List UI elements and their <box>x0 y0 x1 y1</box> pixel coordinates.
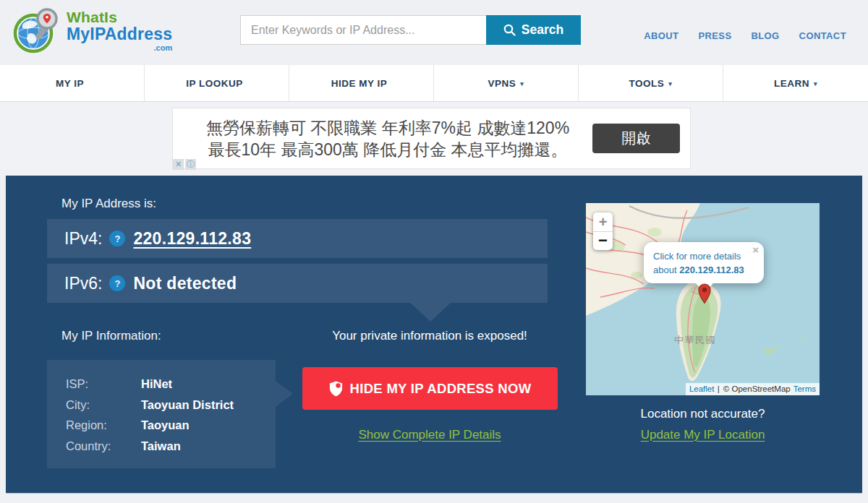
info-value: Taoyuan District <box>141 395 276 416</box>
update-location-link[interactable]: Update My IP Location <box>641 428 765 442</box>
info-value: Taiwan <box>141 436 276 457</box>
ad-info-icon[interactable]: ⓘ <box>185 159 196 170</box>
ad-close-icon[interactable]: ✕ <box>173 159 184 170</box>
osm-credit: © OpenStreetMap <box>723 384 791 393</box>
popup-line2-prefix: about <box>653 265 677 275</box>
info-value: HiNet <box>141 374 276 395</box>
nav-label: VPNS <box>488 78 516 89</box>
nav-item-hide-my-ip[interactable]: HIDE MY IP <box>289 65 434 101</box>
ipv4-row: IPv4: ? 220.129.112.83 <box>47 219 548 258</box>
search-input[interactable] <box>240 15 486 45</box>
leaflet-link[interactable]: Leaflet <box>689 384 715 393</box>
site-header: WhatIs MyIPAddress .com Search ABOUT PRE… <box>0 0 868 65</box>
map-marker-icon[interactable] <box>698 283 711 304</box>
chevron-down-icon: ▾ <box>814 80 817 87</box>
info-value: Taoyuan <box>141 415 276 436</box>
nav-item-my-ip[interactable]: MY IP <box>0 65 145 101</box>
ipv4-address-link[interactable]: 220.129.112.83 <box>133 229 251 249</box>
popup-line1: Click for more details <box>653 249 755 263</box>
ipv4-label: IPv4: <box>64 229 102 249</box>
map-zoom-out-button[interactable]: − <box>593 231 613 250</box>
ad-zone: 無勞保薪轉可 不限職業 年利率7%起 成數達120% 最長10年 最高300萬 … <box>0 102 868 176</box>
hide-ip-button-label: HIDE MY IP ADDRESS NOW <box>350 381 532 397</box>
info-row-country: Country: Taiwan <box>66 436 276 457</box>
info-label: City: <box>66 395 141 416</box>
ip-info-box: ISP: HiNet City: Taoyuan District Region… <box>47 360 276 468</box>
logo-text-line2: MyIPAddress <box>67 26 172 43</box>
exposed-warning: Your private information is exposed! <box>332 329 527 343</box>
contact-link[interactable]: CONTACT <box>799 30 846 41</box>
popup-close-icon[interactable]: × <box>752 244 759 255</box>
blog-link[interactable]: BLOG <box>751 30 779 41</box>
hide-ip-button[interactable]: HIDE MY IP ADDRESS NOW <box>302 367 558 410</box>
search-icon <box>503 24 516 36</box>
logo-text-line1: WhatIs <box>67 9 172 25</box>
nav-item-ip-lookup[interactable]: IP LOOKUP <box>145 65 289 101</box>
popup-ip: 220.129.112.83 <box>679 265 744 275</box>
nav-label: TOOLS <box>629 78 665 89</box>
map-popup[interactable]: × Click for more details about 220.129.1… <box>644 242 764 283</box>
nav-item-learn[interactable]: LEARN▾ <box>723 65 868 101</box>
map-zoom-in-button[interactable]: + <box>593 212 613 231</box>
adchoices: ✕ ⓘ <box>173 159 196 170</box>
search-button[interactable]: Search <box>486 15 581 45</box>
shield-icon <box>329 381 343 397</box>
nav-item-vpns[interactable]: VPNS▾ <box>434 65 579 101</box>
help-icon[interactable]: ? <box>109 275 125 291</box>
infobox-right-arrow <box>276 381 293 407</box>
ipv6-value: Not detected <box>133 274 237 293</box>
nav-item-tools[interactable]: TOOLS▾ <box>579 65 723 101</box>
about-link[interactable]: ABOUT <box>644 30 678 41</box>
info-label: Country: <box>66 436 141 457</box>
info-label: Region: <box>66 415 141 436</box>
map-zoom-control: + − <box>593 212 613 250</box>
logo-tld: .com <box>154 44 173 52</box>
nav-label: HIDE MY IP <box>331 78 388 89</box>
search-bar: Search <box>240 15 581 45</box>
top-links: ABOUT PRESS BLOG CONTACT <box>644 30 846 41</box>
ad-text: 無勞保薪轉可 不限職業 年利率7%起 成數達120% 最長10年 最高300萬 … <box>173 117 592 160</box>
ip-heading: My IP Address is: <box>61 197 156 211</box>
ip-info-heading: My IP Information: <box>61 329 161 343</box>
ad-line2: 最長10年 最高300萬 降低月付金 本息平均攤還。 <box>183 139 592 160</box>
nav-label: IP LOOKUP <box>186 78 243 89</box>
info-row-city: City: Taoyuan District <box>66 395 276 416</box>
ip-panel: My IP Address is: IPv4: ? 220.129.112.83… <box>6 176 862 493</box>
main-nav: MY IP IP LOOKUP HIDE MY IP VPNS▾ TOOLS▾ … <box>0 65 868 102</box>
nav-label: MY IP <box>56 78 84 89</box>
pointer-down-arrow <box>410 303 451 322</box>
location-question: Location not accurate? <box>586 407 820 421</box>
logo-globe-icon <box>13 7 61 53</box>
location-block: Location not accurate? Update My IP Loca… <box>586 407 820 442</box>
nav-label: LEARN <box>774 78 809 89</box>
info-label: ISP: <box>66 374 141 395</box>
ad-banner[interactable]: 無勞保薪轉可 不限職業 年利率7%起 成數達120% 最長10年 最高300萬 … <box>172 108 691 169</box>
attribution-separator: | <box>718 384 720 393</box>
chevron-down-icon: ▾ <box>668 80 672 87</box>
search-button-label: Search <box>522 22 563 38</box>
page: WhatIs MyIPAddress .com Search ABOUT PRE… <box>0 0 868 503</box>
help-icon[interactable]: ? <box>109 231 125 246</box>
map[interactable]: 中華民國 + − × Click for more details about … <box>586 203 820 395</box>
site-logo[interactable]: WhatIs MyIPAddress .com <box>13 7 178 53</box>
chevron-down-icon: ▾ <box>520 80 524 87</box>
map-island-label: 中華民國 <box>674 335 716 345</box>
ad-open-button[interactable]: 開啟 <box>592 124 680 153</box>
press-link[interactable]: PRESS <box>698 30 731 41</box>
show-details-link[interactable]: Show Complete IP Details <box>358 428 501 442</box>
popup-line2: about 220.129.112.83 <box>653 263 755 277</box>
map-attribution: Leaflet | © OpenStreetMap Terms <box>686 383 820 395</box>
info-row-region: Region: Taoyuan <box>66 415 276 436</box>
ad-line1: 無勞保薪轉可 不限職業 年利率7%起 成數達120% <box>183 117 592 139</box>
info-row-isp: ISP: HiNet <box>66 374 276 395</box>
ipv6-label: IPv6: <box>64 274 102 293</box>
terms-link[interactable]: Terms <box>793 384 816 393</box>
ipv6-row: IPv6: ? Not detected <box>47 264 548 303</box>
